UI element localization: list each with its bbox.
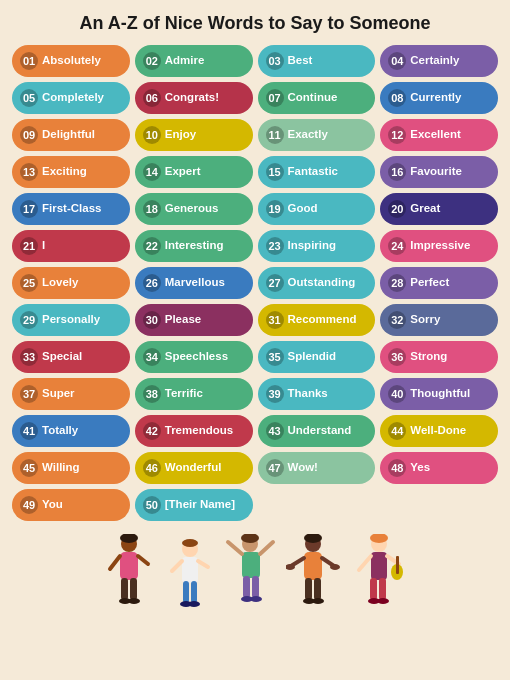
word-label: Great [410, 202, 440, 216]
word-number: 36 [388, 348, 406, 366]
word-label: Admire [165, 54, 205, 68]
word-number: 34 [143, 348, 161, 366]
word-label: First-Class [42, 202, 101, 216]
word-item-31: 31Recommend [258, 304, 376, 336]
word-label: Personally [42, 313, 100, 327]
svg-line-21 [228, 542, 242, 554]
word-item-44: 44Well-Done [380, 415, 498, 447]
word-item-43: 43Understand [258, 415, 376, 447]
word-item-15: 15Fantastic [258, 156, 376, 188]
word-item-27: 27Outstanding [258, 267, 376, 299]
word-label: Certainly [410, 54, 459, 68]
word-number: 49 [20, 496, 38, 514]
word-item-42: 42Tremendous [135, 415, 253, 447]
word-label: Recommend [288, 313, 357, 327]
word-item-16: 16Favourite [380, 156, 498, 188]
word-label: Super [42, 387, 75, 401]
word-number: 04 [388, 52, 406, 70]
word-item-07: 07Continue [258, 82, 376, 114]
words-grid: 01Absolutely02Admire03Best04Certainly05C… [12, 45, 498, 521]
word-number: 12 [388, 126, 406, 144]
word-label: Splendid [288, 350, 337, 364]
word-number: 10 [143, 126, 161, 144]
word-number: 31 [266, 311, 284, 329]
word-item-45: 45Willing [12, 452, 130, 484]
word-number: 43 [266, 422, 284, 440]
word-number: 15 [266, 163, 284, 181]
word-number: 13 [20, 163, 38, 181]
svg-rect-35 [314, 578, 321, 600]
word-number: 47 [266, 459, 284, 477]
word-label: Best [288, 54, 313, 68]
word-number: 11 [266, 126, 284, 144]
word-item-46: 46Wonderful [135, 452, 253, 484]
word-item-23: 23Inspiring [258, 230, 376, 262]
figure-4 [286, 534, 341, 619]
word-number: 46 [143, 459, 161, 477]
word-number: 35 [266, 348, 284, 366]
word-label: Thanks [288, 387, 328, 401]
svg-rect-34 [305, 578, 312, 600]
word-label: Absolutely [42, 54, 101, 68]
word-label: [Their Name] [165, 498, 235, 512]
word-label: Tremendous [165, 424, 233, 438]
word-number: 02 [143, 52, 161, 70]
word-item-38: 38Terrific [135, 378, 253, 410]
word-item-08: 08Currently [380, 82, 498, 114]
word-label: Good [288, 202, 318, 216]
word-number: 33 [20, 348, 38, 366]
word-item-41: 41Totally [12, 415, 130, 447]
word-label: Well-Done [410, 424, 466, 438]
word-number: 17 [20, 200, 38, 218]
word-label: Generous [165, 202, 219, 216]
word-item-32: 32Sorry [380, 304, 498, 336]
word-label: Yes [410, 461, 430, 475]
word-number: 38 [143, 385, 161, 403]
word-number: 32 [388, 311, 406, 329]
word-label: Interesting [165, 239, 224, 253]
svg-rect-29 [304, 552, 322, 580]
word-label: Impressive [410, 239, 470, 253]
svg-point-8 [128, 598, 140, 604]
word-number: 30 [143, 311, 161, 329]
word-number: 09 [20, 126, 38, 144]
word-item-30: 30Please [135, 304, 253, 336]
word-label: You [42, 498, 63, 512]
word-number: 48 [388, 459, 406, 477]
svg-line-4 [138, 556, 148, 564]
word-number: 03 [266, 52, 284, 70]
illustration [12, 529, 498, 619]
word-item-12: 12Excellent [380, 119, 498, 151]
word-label: Fantastic [288, 165, 339, 179]
word-number: 42 [143, 422, 161, 440]
figure-2 [165, 539, 215, 619]
word-item-39: 39Thanks [258, 378, 376, 410]
word-label: Understand [288, 424, 352, 438]
word-label: I [42, 239, 45, 253]
word-label: Strong [410, 350, 447, 364]
word-item-25: 25Lovely [12, 267, 130, 299]
word-number: 14 [143, 163, 161, 181]
svg-rect-11 [182, 557, 198, 583]
svg-point-17 [188, 601, 200, 607]
word-item-14: 14Expert [135, 156, 253, 188]
word-label: Wow! [288, 461, 318, 475]
word-item-04: 04Certainly [380, 45, 498, 77]
word-number: 06 [143, 89, 161, 107]
svg-rect-40 [371, 552, 387, 580]
word-number: 25 [20, 274, 38, 292]
svg-line-3 [110, 556, 120, 569]
svg-point-37 [312, 598, 324, 604]
word-label: Willing [42, 461, 80, 475]
word-number: 45 [20, 459, 38, 477]
word-number: 26 [143, 274, 161, 292]
word-number: 05 [20, 89, 38, 107]
word-label: Lovely [42, 276, 78, 290]
svg-rect-44 [396, 556, 399, 574]
word-number: 01 [20, 52, 38, 70]
word-label: Favourite [410, 165, 462, 179]
word-label: Outstanding [288, 276, 356, 290]
word-item-18: 18Generous [135, 193, 253, 225]
word-label: Thoughtful [410, 387, 470, 401]
svg-rect-23 [243, 576, 250, 598]
